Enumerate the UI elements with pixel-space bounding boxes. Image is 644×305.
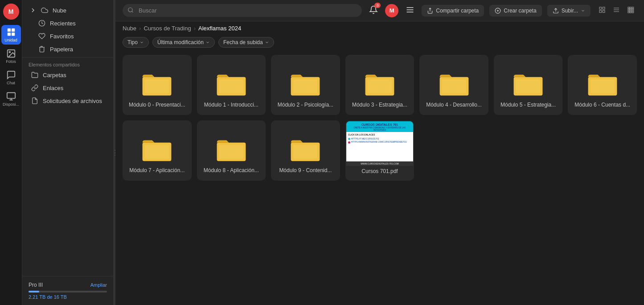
chevron-right-icon xyxy=(29,7,37,14)
compartir-button[interactable]: Compartir carpeta xyxy=(422,5,484,16)
folder-icon-mod9 xyxy=(289,137,321,163)
topbar-actions: 8 M Compartir carpeta Crear carpeta xyxy=(367,4,637,17)
folder-mod5[interactable]: Módulo 5 - Estrategia... xyxy=(494,55,563,115)
svg-rect-22 xyxy=(599,10,602,12)
svg-rect-32 xyxy=(632,9,633,11)
folder-label-mod5: Módulo 5 - Estrategia... xyxy=(500,102,556,109)
link-icon xyxy=(31,84,38,91)
breadcrumb-sep-2: › xyxy=(194,25,196,32)
folder-label-mod4: Módulo 4 - Desarrollo... xyxy=(426,102,482,109)
folder-icon-mod8 xyxy=(215,137,247,163)
breadcrumb-cursos[interactable]: Cursos de Trading xyxy=(144,25,191,32)
sidebar-item-papelera[interactable]: Papelera xyxy=(25,43,111,55)
sidebar-item-recientes[interactable]: Recientes xyxy=(25,17,111,29)
folder-label-mod1: Módulo 1 - Introducci... xyxy=(204,102,258,109)
svg-rect-1 xyxy=(11,29,14,32)
search-icon xyxy=(127,7,134,14)
heart-icon xyxy=(38,33,45,40)
sidebar-item-solicitudes[interactable]: Solicitudes de archivos xyxy=(25,95,111,107)
grid-view-button[interactable] xyxy=(624,4,637,16)
folder-mod7[interactable]: Módulo 7 - Aplicación... xyxy=(123,120,192,181)
sidebar-divider xyxy=(22,57,113,58)
main-content: 8 M Compartir carpeta Crear carpeta xyxy=(115,0,644,305)
svg-rect-51 xyxy=(145,145,169,159)
list-view-button[interactable] xyxy=(610,4,623,16)
sidebar-item-favoritos[interactable]: Favoritos xyxy=(25,30,111,42)
nav-item-fotos[interactable]: Fotos xyxy=(1,46,21,66)
search-wrap xyxy=(123,4,362,17)
pdf-thumb-subtitle: ÚNETE A NUESTRA COMUNIDAD Y ENTÉRATE DE … xyxy=(349,127,411,131)
folder-mod6[interactable]: Módulo 6 - Cuentas d... xyxy=(568,55,637,115)
shared-section-label: Elementos compartidos xyxy=(22,59,113,68)
folder-label-mod6: Módulo 6 - Cuentas d... xyxy=(574,102,630,109)
clock-icon xyxy=(38,20,45,27)
svg-rect-29 xyxy=(632,7,633,8)
sidebar-item-carpetas[interactable]: Carpetas xyxy=(25,69,111,81)
folder-icon-mod1 xyxy=(215,71,247,97)
breadcrumb-nube[interactable]: Nube xyxy=(123,25,136,32)
hamburger-icon xyxy=(406,5,414,14)
upload-icon xyxy=(553,8,559,14)
sidebar-item-nube[interactable]: Nube xyxy=(25,4,111,16)
image-view-button[interactable] xyxy=(596,4,608,16)
svg-rect-31 xyxy=(630,9,632,11)
svg-rect-35 xyxy=(632,11,633,12)
filter-fecha-subida[interactable]: Fecha de subida xyxy=(218,37,274,48)
filter-ultima-modificacion[interactable]: Última modificación xyxy=(152,37,215,48)
sidebar-item-enlaces[interactable]: Enlaces xyxy=(25,82,111,94)
share-icon xyxy=(427,8,433,14)
sidebar: Nube Recientes Favoritos Papelera Elemen… xyxy=(22,0,114,305)
folder-icon-mod6 xyxy=(587,71,619,97)
svg-line-11 xyxy=(132,11,133,12)
folder-icon-mod3 xyxy=(364,71,396,97)
folder-mod1[interactable]: Módulo 1 - Introducci... xyxy=(197,55,266,115)
pdf-card[interactable]: CURSOS DIGITALES 701 ÚNETE A NUESTRA COM… xyxy=(345,120,414,181)
folder-mod2[interactable]: Módulo 2 - Psicología... xyxy=(271,55,340,115)
filter-tipo[interactable]: Tipo xyxy=(123,37,149,48)
svg-rect-47 xyxy=(516,80,540,94)
folder-icon-mod4 xyxy=(438,71,470,97)
subir-button[interactable]: Subir... xyxy=(547,5,591,16)
svg-rect-53 xyxy=(219,145,243,159)
image-view-icon xyxy=(599,6,606,13)
nav-icons-panel: M Unidad Fotos Chat Disposi... xyxy=(0,0,22,305)
nav-item-chat[interactable]: Chat xyxy=(1,68,21,87)
notifications-button[interactable]: 8 xyxy=(367,4,380,17)
folder-mod9[interactable]: Módulo 9 - Contenid... xyxy=(271,120,340,181)
cloud-icon xyxy=(41,7,48,14)
svg-point-10 xyxy=(128,8,132,12)
pdf-thumbnail: CURSOS DIGITALES 701 ÚNETE A NUESTRA COM… xyxy=(346,121,414,166)
folder-mod3[interactable]: Módulo 3 - Estrategia... xyxy=(345,55,414,115)
chevron-down-icon xyxy=(581,8,585,13)
crear-button[interactable]: Crear carpeta xyxy=(489,5,541,16)
user-avatar[interactable]: M xyxy=(385,4,398,17)
storage-text: 2.21 TB de 16 TB xyxy=(29,294,107,300)
folder-mod4[interactable]: Módulo 4 - Desarrollo... xyxy=(419,55,488,115)
nav-item-dispositivos[interactable]: Disposi... xyxy=(1,89,21,109)
trash-icon xyxy=(38,45,45,53)
menu-button[interactable] xyxy=(404,4,416,17)
view-toggle xyxy=(596,4,637,16)
folder-mod8[interactable]: Módulo 8 - Aplicación... xyxy=(197,120,266,181)
svg-rect-28 xyxy=(630,7,632,8)
svg-rect-33 xyxy=(628,11,629,12)
storage-ampliar-button[interactable]: Ampliar xyxy=(90,282,107,288)
breadcrumb-current: Alexflamas 2024 xyxy=(198,25,241,32)
search-input[interactable] xyxy=(123,4,362,17)
storage-section: Pro III Ampliar 2.21 TB de 16 TB xyxy=(22,276,113,305)
app-logo[interactable]: M xyxy=(3,4,19,20)
folder-icon-mod5 xyxy=(512,71,544,97)
nav-item-unidad[interactable]: Unidad xyxy=(1,25,21,45)
svg-rect-45 xyxy=(442,80,466,94)
grid-view-icon xyxy=(627,6,634,13)
folder-label-mod9: Módulo 9 - Contenid... xyxy=(279,167,332,174)
folder-label-mod3: Módulo 3 - Estrategia... xyxy=(352,102,407,109)
storage-header: Pro III Ampliar xyxy=(29,282,107,288)
fecha-chevron-icon xyxy=(265,40,269,45)
svg-rect-2 xyxy=(7,33,10,36)
svg-point-5 xyxy=(9,51,10,53)
folder-label-mod7: Módulo 7 - Aplicación... xyxy=(129,167,185,174)
folder-label-mod0: Módulo 0 - Presentaci... xyxy=(129,102,185,109)
svg-rect-3 xyxy=(11,33,14,36)
folder-mod0[interactable]: Módulo 0 - Presentaci... xyxy=(123,55,192,115)
